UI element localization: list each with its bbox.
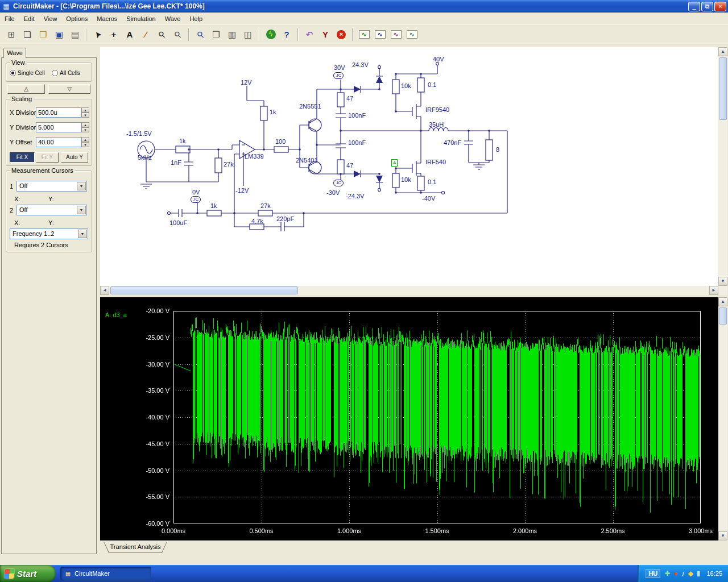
schematic-pane[interactable]: -1.5/1.5V5kHz1k1nF27k12VLM339-12V1k1002N… — [100, 47, 718, 286]
tray-icon-4[interactable]: ◆ — [688, 569, 693, 577]
scroll-down-icon[interactable]: ▼ — [718, 277, 727, 286]
wave-down-button[interactable]: ▽ — [48, 84, 90, 94]
delete-tool-button[interactable]: ∕ — [138, 28, 153, 41]
x-division-spinner[interactable]: ▲▼ — [81, 107, 89, 118]
fit-y-button[interactable]: Fit Y — [36, 152, 59, 163]
auto-y-button[interactable]: Auto Y — [61, 152, 88, 163]
help-button[interactable]: ? — [279, 28, 294, 41]
print-button[interactable]: ▤ — [68, 28, 82, 41]
zoom-out-button[interactable]: ⚲ — [170, 28, 185, 41]
menu-edit[interactable]: Edit — [19, 14, 39, 24]
menu-simulation[interactable]: Simulation — [122, 14, 160, 24]
x-division-label: X Division — [10, 109, 38, 116]
new-file-button[interactable]: ❏ — [20, 28, 35, 41]
scroll-down-icon[interactable]: ▼ — [718, 531, 727, 541]
scroll-up-icon[interactable]: ▲ — [718, 297, 727, 306]
wire-tool-button[interactable]: + — [106, 28, 121, 41]
chevron-down-icon[interactable]: ▼ — [77, 182, 86, 190]
spin-up-icon[interactable]: ▲ — [81, 137, 89, 142]
radio-single-cell[interactable] — [10, 70, 16, 76]
zoom-in-button[interactable]: ⚲ — [154, 28, 169, 41]
component-label: 1k — [210, 202, 217, 209]
copy-button[interactable]: ❐ — [209, 28, 224, 41]
digital-scope-button[interactable]: ∿ — [357, 28, 371, 41]
component-label: 1k — [270, 109, 276, 115]
zoom-select-button[interactable]: ⚲ — [193, 28, 208, 41]
spin-up-icon[interactable]: ▲ — [81, 122, 89, 127]
x-division-input[interactable]: 500.0u — [36, 107, 81, 118]
y-division-input[interactable]: 5.000 — [36, 122, 81, 132]
text-tool-button[interactable]: A — [122, 28, 137, 41]
menu-view[interactable]: View — [39, 14, 62, 24]
waveform-vscrollbar[interactable]: ▲ ▼ — [718, 297, 727, 541]
language-indicator[interactable]: HU — [646, 569, 660, 578]
spin-up-icon[interactable]: ▲ — [81, 107, 89, 113]
menu-macros[interactable]: Macros — [92, 14, 122, 24]
arrow-tool-button[interactable]: ➤ — [90, 28, 105, 41]
probe-tool-icon: Y — [322, 30, 328, 39]
menu-file[interactable]: File — [0, 14, 19, 24]
menu-options[interactable]: Options — [61, 14, 92, 24]
tray-icon-3[interactable]: ♪ — [681, 569, 685, 577]
scroll-left-icon[interactable]: ◄ — [100, 286, 109, 295]
split-view-button[interactable]: ◫ — [241, 28, 255, 41]
stop-simulation-icon: × — [337, 30, 346, 39]
spin-down-icon[interactable]: ▼ — [81, 113, 89, 118]
restore-icon[interactable]: ⧉ — [701, 2, 713, 11]
tab-wave[interactable]: Wave — [3, 48, 26, 58]
waveform-pane: A: d3_a — [100, 297, 718, 541]
save-button[interactable]: ▣ — [52, 28, 67, 41]
parts-bin-button[interactable]: ⊞ — [4, 28, 19, 41]
fit-x-button[interactable]: Fit X — [10, 152, 35, 163]
scroll-thumb[interactable] — [719, 57, 727, 120]
spin-down-icon[interactable]: ▼ — [81, 142, 89, 147]
title-bar[interactable]: ▦ CircuitMaker - [C:\Program Files\...\i… — [0, 0, 728, 13]
component-label: 47 — [346, 95, 353, 102]
menu-wave[interactable]: Wave — [160, 14, 185, 24]
start-button[interactable]: Start — [0, 565, 56, 582]
undo-button[interactable]: ↶ — [302, 28, 317, 41]
cursor2-select[interactable]: Off ▼ — [16, 205, 87, 215]
stop-simulation-button[interactable]: × — [334, 28, 349, 41]
run-simulation-button[interactable]: ϟ — [263, 28, 278, 41]
probe-tool-button[interactable]: Y — [318, 28, 333, 41]
zoom-out-icon: ⚲ — [172, 28, 184, 40]
signal-generator-button[interactable]: ∿ — [373, 28, 387, 41]
multimeter-button[interactable]: ∿ — [388, 28, 403, 41]
taskbar-clock: 16:25 — [706, 570, 722, 577]
scroll-right-icon[interactable]: ► — [709, 286, 718, 295]
y-offset-spinner[interactable]: ▲▼ — [81, 137, 89, 147]
close-icon[interactable]: × — [714, 2, 726, 11]
y-division-spinner[interactable]: ▲▼ — [81, 122, 89, 132]
ic-flag-label: .IC — [333, 180, 344, 186]
paste-button[interactable]: ▥ — [225, 28, 239, 41]
component-label: 1nF — [171, 159, 181, 166]
minimize-icon[interactable]: _ — [688, 2, 700, 11]
tab-transient-analysis[interactable]: Transient Analysis — [104, 542, 167, 553]
tray-icon-1[interactable]: ✚ — [664, 569, 670, 577]
spin-down-icon[interactable]: ▼ — [81, 127, 89, 132]
ic-flag-label: .IC — [191, 196, 201, 203]
taskbar-task-circuitmaker[interactable]: ▦ CircuitMaker — [60, 567, 151, 580]
scroll-up-icon[interactable]: ▲ — [718, 47, 727, 56]
cursor-mode-select[interactable]: Frequency 1..2 ▼ — [10, 228, 88, 239]
chevron-down-icon[interactable]: ▼ — [77, 206, 86, 214]
scroll-thumb[interactable] — [110, 286, 298, 294]
logic-analyzer-button[interactable]: ∿ — [404, 28, 419, 41]
copy-icon: ❐ — [212, 30, 220, 40]
y-offset-input[interactable]: 40.00 — [36, 137, 81, 147]
radio-all-cells[interactable] — [52, 70, 58, 76]
schematic-vscrollbar[interactable]: ▲ ▼ — [718, 47, 727, 286]
schematic-hscrollbar[interactable]: ◄ ► — [100, 286, 718, 295]
component-label: 47 — [346, 162, 353, 169]
scroll-thumb[interactable] — [719, 307, 727, 325]
menu-help[interactable]: Help — [185, 14, 207, 24]
cursor2-index: 2 — [10, 207, 13, 214]
waveform-canvas[interactable] — [100, 297, 718, 541]
cursor1-select[interactable]: Off ▼ — [16, 181, 87, 192]
open-file-button[interactable]: ❒ — [36, 28, 51, 41]
chevron-down-icon[interactable]: ▼ — [78, 230, 87, 238]
tray-icon-5[interactable]: ▮ — [697, 569, 701, 577]
tray-icon-2[interactable]: ● — [673, 569, 677, 577]
wave-up-button[interactable]: △ — [7, 84, 45, 94]
